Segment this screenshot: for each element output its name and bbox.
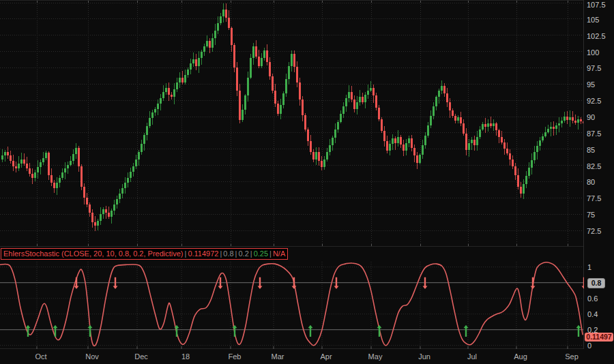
candle [252, 46, 254, 58]
candle [135, 160, 137, 166]
candle [1, 155, 3, 160]
candle [312, 152, 315, 160]
candle [239, 91, 241, 120]
candle [70, 161, 72, 165]
candle [386, 141, 388, 150]
candle [280, 105, 282, 114]
candle [558, 123, 560, 125]
signal-arrow-up [88, 325, 93, 337]
candle [315, 152, 317, 160]
candle [514, 166, 516, 175]
candle [334, 130, 336, 137]
candle [435, 97, 437, 106]
candle [329, 145, 331, 152]
candle [26, 164, 28, 169]
candle [37, 167, 39, 172]
signal-arrow-up [233, 325, 237, 337]
candle [482, 124, 484, 130]
candle [233, 45, 235, 67]
candle [367, 91, 369, 95]
time-axis-label: Nov [85, 352, 99, 361]
candle [449, 102, 451, 110]
signal-arrow-up [576, 325, 581, 337]
signal-arrow-down [423, 277, 428, 289]
candle [231, 28, 233, 45]
candle [4, 152, 6, 155]
candle [53, 183, 55, 188]
candle [531, 160, 533, 168]
time-axis-label: Jun [418, 352, 430, 361]
candle [441, 86, 443, 91]
candle [337, 122, 339, 130]
time-axis-label: Mar [272, 352, 284, 361]
candle [48, 153, 50, 175]
candle [332, 138, 334, 145]
candle [577, 119, 579, 123]
candle [171, 95, 173, 97]
candle [501, 137, 503, 143]
candle [348, 92, 350, 99]
candle [181, 78, 184, 83]
candle [269, 62, 271, 76]
candle [34, 172, 36, 178]
candle [173, 89, 175, 97]
candle [75, 148, 77, 155]
candle [397, 137, 399, 144]
candle [566, 117, 568, 120]
candle [564, 117, 566, 121]
candle [113, 204, 115, 211]
candle [356, 102, 358, 109]
candle [490, 123, 492, 127]
candle [220, 16, 222, 23]
candle [119, 194, 121, 200]
candle [413, 148, 415, 155]
candle [419, 155, 421, 162]
candle [50, 175, 53, 183]
candle [20, 160, 23, 164]
candle [209, 41, 211, 48]
candle [443, 86, 445, 93]
candle [430, 116, 432, 125]
candle [479, 130, 481, 136]
pane-separator [0, 246, 584, 247]
candle [351, 92, 353, 100]
candle [149, 118, 151, 126]
study-value: N/A [273, 249, 285, 258]
candle [162, 92, 164, 99]
price-axis-label: 90 [587, 113, 595, 121]
candle [217, 23, 219, 31]
candle [362, 97, 364, 102]
candle [102, 209, 104, 215]
candle [143, 135, 145, 144]
candle [321, 161, 323, 168]
price-pane[interactable] [0, 0, 584, 247]
candle [555, 125, 557, 129]
candle [550, 127, 552, 129]
time-axis-label: May [368, 352, 383, 361]
indicator-pane[interactable] [0, 262, 584, 349]
candle [553, 127, 555, 129]
study-value: 0.114972 [188, 249, 218, 258]
candle [340, 114, 342, 121]
candle [277, 104, 279, 114]
candle [389, 144, 391, 151]
candle [184, 75, 186, 82]
study-value-separator: | [249, 249, 254, 258]
price-axis-label: 85 [587, 146, 595, 154]
candle [498, 130, 500, 137]
study-banner[interactable]: EhlersStochastic (CLOSE, 20, 10, 0.8, 0.… [1, 248, 288, 260]
candle [523, 184, 525, 193]
candle [293, 54, 295, 67]
candle [151, 112, 154, 118]
study-values: |0.114972|0.8|0.2|0.25|N/A [184, 249, 286, 259]
time-axis-label: Aug [514, 352, 527, 361]
candle [10, 155, 12, 161]
candle [539, 140, 541, 146]
candle [378, 108, 380, 119]
indicator-axis-label: 0 [587, 342, 591, 350]
candle [89, 204, 91, 213]
price-axis-label: 107.5 [587, 1, 606, 9]
overbought-level-badge: 0.8 [587, 278, 605, 288]
candle [291, 54, 293, 65]
candle [512, 160, 514, 166]
